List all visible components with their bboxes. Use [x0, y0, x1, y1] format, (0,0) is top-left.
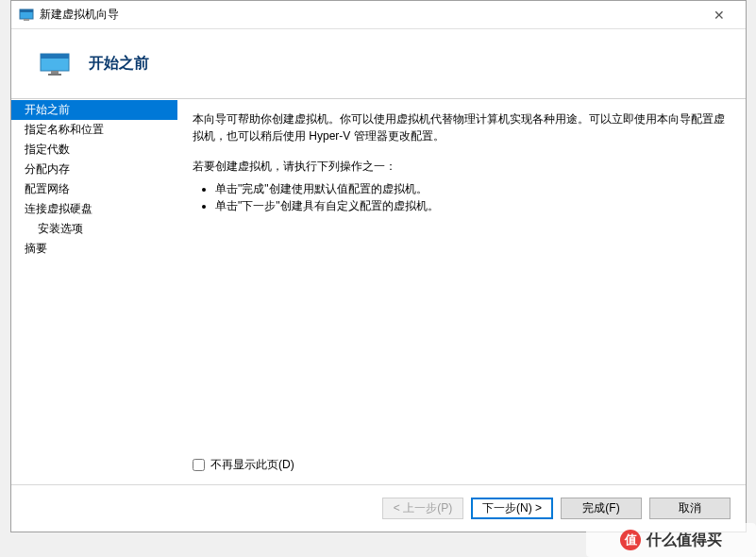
sidebar-item-network[interactable]: 配置网络 [11, 179, 177, 199]
close-button[interactable]: ✕ [700, 2, 738, 28]
sidebar-item-install-options[interactable]: 安装选项 [11, 219, 177, 239]
prev-button: < 上一步(P) [382, 498, 463, 519]
checkbox-label: 不再显示此页(D) [210, 456, 294, 473]
sidebar-item-memory[interactable]: 分配内存 [11, 160, 177, 179]
watermark-text: 什么值得买 [647, 531, 722, 550]
header: 开始之前 [11, 29, 746, 99]
wizard-steps-sidebar: 开始之前 指定名称和位置 指定代数 分配内存 配置网络 连接虚拟硬盘 安装选项 … [11, 99, 177, 484]
cancel-button[interactable]: 取消 [649, 498, 731, 519]
prompt-text: 若要创建虚拟机，请执行下列操作之一： [193, 158, 729, 175]
page-title: 开始之前 [89, 54, 149, 74]
sidebar-item-name-location[interactable]: 指定名称和位置 [11, 120, 177, 140]
svg-rect-4 [41, 54, 69, 59]
intro-text: 本向导可帮助你创建虚拟机。你可以使用虚拟机代替物理计算机实现各种用途。可以立即使… [193, 110, 729, 144]
dont-show-again-checkbox[interactable] [193, 459, 205, 471]
svg-rect-1 [20, 9, 33, 12]
bullet-item: 单击"下一步"创建具有自定义配置的虚拟机。 [215, 197, 729, 214]
wizard-dialog: 新建虚拟机向导 ✕ 开始之前 开始之前 指定名称和位置 指定代数 分配内存 配置… [10, 0, 747, 532]
content-panel: 本向导可帮助你创建虚拟机。你可以使用虚拟机代替物理计算机实现各种用途。可以立即使… [177, 99, 746, 484]
svg-rect-5 [51, 71, 59, 74]
monitor-icon [40, 53, 70, 76]
svg-rect-2 [24, 19, 29, 21]
next-button[interactable]: 下一步(N) > [471, 498, 553, 519]
bullet-item: 单击"完成"创建使用默认值配置的虚拟机。 [215, 180, 729, 197]
sidebar-item-generation[interactable]: 指定代数 [11, 140, 177, 160]
sidebar-item-before-begin[interactable]: 开始之前 [11, 100, 177, 120]
window-title: 新建虚拟机向导 [40, 7, 700, 23]
dialog-body: 开始之前 指定名称和位置 指定代数 分配内存 配置网络 连接虚拟硬盘 安装选项 … [11, 99, 746, 484]
dont-show-again-row[interactable]: 不再显示此页(D) [193, 456, 729, 473]
app-icon [19, 8, 34, 23]
sidebar-item-vhd[interactable]: 连接虚拟硬盘 [11, 199, 177, 219]
titlebar: 新建虚拟机向导 ✕ [11, 1, 746, 29]
sidebar-item-summary[interactable]: 摘要 [11, 239, 177, 259]
bullet-list: 单击"完成"创建使用默认值配置的虚拟机。 单击"下一步"创建具有自定义配置的虚拟… [193, 180, 729, 214]
footer: < 上一步(P) 下一步(N) > 完成(F) 取消 [11, 484, 746, 532]
svg-rect-6 [48, 74, 61, 76]
finish-button[interactable]: 完成(F) [561, 498, 642, 519]
watermark-logo-icon: 值 [620, 530, 641, 550]
